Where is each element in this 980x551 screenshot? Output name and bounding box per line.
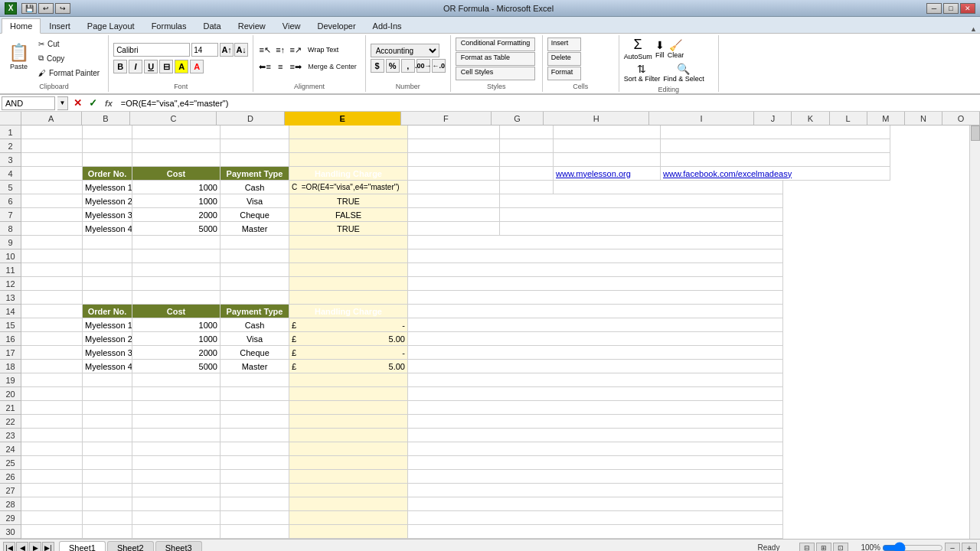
- cell-e13[interactable]: [289, 291, 408, 305]
- cell-d3[interactable]: [220, 153, 289, 167]
- cell-e12[interactable]: [289, 277, 408, 291]
- formula-input[interactable]: [118, 96, 978, 110]
- cell-a1[interactable]: [21, 126, 83, 139]
- cell-b16[interactable]: Myelesson 2: [83, 332, 132, 346]
- cell-a8[interactable]: [21, 222, 83, 236]
- fill-color-button[interactable]: A: [175, 60, 188, 73]
- cell-h2[interactable]: [554, 139, 661, 153]
- font-size-input[interactable]: [191, 43, 218, 57]
- clear-button[interactable]: 🧹 Clear: [668, 39, 684, 59]
- quick-redo-btn[interactable]: ↪: [55, 3, 70, 14]
- cut-button[interactable]: ✂Cut: [34, 37, 103, 51]
- font-name-input[interactable]: [113, 43, 190, 57]
- row-10[interactable]: 10: [0, 249, 21, 263]
- cell-e4[interactable]: Handling Charge: [289, 167, 408, 181]
- cell-d14[interactable]: Payment Type: [220, 305, 289, 318]
- border-button[interactable]: ⊟: [159, 60, 173, 73]
- col-header-h[interactable]: H: [544, 112, 648, 126]
- cell-c5[interactable]: 1000: [132, 181, 220, 194]
- row-27[interactable]: 27: [0, 484, 21, 497]
- cell-c10[interactable]: [132, 249, 220, 263]
- col-header-f[interactable]: F: [401, 112, 492, 126]
- sort-filter-button[interactable]: ⇅ Sort & Filter: [624, 63, 661, 83]
- row-21[interactable]: 21: [0, 401, 21, 415]
- cell-f6[interactable]: [408, 194, 500, 208]
- select-all-btn[interactable]: [0, 112, 21, 125]
- cell-d5[interactable]: Cash: [220, 181, 289, 194]
- cell-e7[interactable]: FALSE: [289, 208, 408, 222]
- cell-d2[interactable]: [220, 139, 289, 153]
- cell-d7[interactable]: Cheque: [220, 208, 289, 222]
- percent-btn[interactable]: %: [386, 59, 400, 73]
- tab-page-layout[interactable]: Page Layout: [79, 18, 143, 33]
- row-11[interactable]: 11: [0, 263, 21, 277]
- row-3[interactable]: 3: [0, 153, 21, 167]
- conditional-formatting-btn[interactable]: Conditional Formatting: [456, 37, 536, 51]
- format-painter-button[interactable]: 🖌Format Painter: [34, 66, 103, 80]
- cell-g8[interactable]: [500, 222, 783, 236]
- cell-f9[interactable]: [408, 236, 783, 249]
- cell-f17[interactable]: [408, 346, 783, 360]
- align-left-btn[interactable]: ⬅≡: [258, 60, 272, 73]
- cell-c13[interactable]: [132, 291, 220, 305]
- cell-b5[interactable]: Myelesson 1: [83, 181, 132, 194]
- col-header-c[interactable]: C: [130, 112, 217, 126]
- cell-c4[interactable]: Cost: [132, 167, 220, 181]
- insert-cells-btn[interactable]: Insert: [547, 37, 581, 51]
- row-9[interactable]: 9: [0, 236, 21, 249]
- cell-b15[interactable]: Myelesson 1: [83, 318, 132, 332]
- merge-center-btn[interactable]: Merge & Center: [304, 60, 361, 73]
- sheet-first-btn[interactable]: |◀: [3, 542, 15, 552]
- tab-formulas[interactable]: Formulas: [143, 18, 195, 33]
- cell-g4[interactable]: [500, 167, 554, 181]
- paste-button[interactable]: 📋 Paste: [5, 37, 33, 77]
- row-19[interactable]: 19: [0, 373, 21, 387]
- cell-c16[interactable]: 1000: [132, 332, 220, 346]
- cell-f16[interactable]: [408, 332, 783, 346]
- cell-g3[interactable]: [500, 153, 554, 167]
- name-box[interactable]: AND: [2, 96, 55, 110]
- row-4[interactable]: 4: [0, 167, 21, 181]
- cell-b2[interactable]: [83, 139, 132, 153]
- cell-f14[interactable]: [408, 305, 783, 318]
- col-header-d[interactable]: D: [217, 112, 284, 126]
- bold-button[interactable]: B: [113, 60, 127, 73]
- vscrollbar[interactable]: [969, 126, 980, 539]
- cell-f4[interactable]: [408, 167, 500, 181]
- cell-c9[interactable]: [132, 236, 220, 249]
- cell-d9[interactable]: [220, 236, 289, 249]
- col-header-g[interactable]: G: [492, 112, 544, 126]
- cell-a4[interactable]: [21, 167, 83, 181]
- cell-f3[interactable]: [408, 153, 500, 167]
- cell-d6[interactable]: Visa: [220, 194, 289, 208]
- copy-button[interactable]: ⧉Copy: [34, 51, 103, 65]
- cell-d8[interactable]: Master: [220, 222, 289, 236]
- cell-a13[interactable]: [21, 291, 83, 305]
- cell-b9[interactable]: [83, 236, 132, 249]
- row-24[interactable]: 24: [0, 442, 21, 456]
- cell-g5[interactable]: [500, 181, 554, 194]
- number-format-select[interactable]: Accounting General Number Currency Perce…: [371, 44, 439, 57]
- row-12[interactable]: 12: [0, 277, 21, 291]
- col-header-n[interactable]: N: [905, 112, 942, 126]
- cell-a10[interactable]: [21, 249, 83, 263]
- row-6[interactable]: 6: [0, 194, 21, 208]
- align-top-left-btn[interactable]: ≡↖: [258, 43, 272, 57]
- sheet-tab-3[interactable]: Sheet3: [155, 541, 202, 551]
- delete-cells-btn[interactable]: Delete: [547, 52, 581, 66]
- cell-e11[interactable]: [289, 263, 408, 277]
- cell-b18[interactable]: Myelesson 4: [83, 360, 132, 373]
- cell-f10[interactable]: [408, 249, 783, 263]
- sheet-prev-btn[interactable]: ◀: [16, 542, 28, 552]
- cell-b10[interactable]: [83, 249, 132, 263]
- quick-save-btn[interactable]: 💾: [21, 3, 37, 14]
- cell-d18[interactable]: Master: [220, 360, 289, 373]
- cell-g2[interactable]: [500, 139, 554, 153]
- confirm-formula-btn[interactable]: ✓: [86, 96, 100, 110]
- cell-f11[interactable]: [408, 263, 783, 277]
- col-header-i[interactable]: I: [649, 112, 754, 126]
- italic-button[interactable]: I: [129, 60, 142, 73]
- cell-c7[interactable]: 2000: [132, 208, 220, 222]
- cell-f15[interactable]: [408, 318, 783, 332]
- tab-developer[interactable]: Developer: [309, 18, 364, 33]
